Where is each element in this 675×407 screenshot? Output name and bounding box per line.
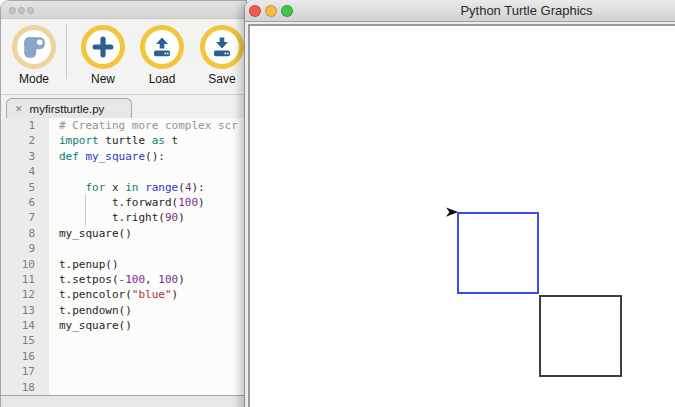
plus-icon [81,25,125,69]
code-line: 11t.setpos(-100, 100) [1,272,246,287]
line-number: 14 [1,318,49,333]
line-number: 3 [1,149,49,164]
upload-icon [140,25,184,69]
load-button[interactable]: Load [131,25,193,86]
tab-myfirstturtle[interactable]: ✕ myfirstturtle.py [6,98,132,119]
turtle-cursor-icon [446,207,459,218]
line-number: 15 [1,333,49,348]
line-number: 17 [1,364,49,379]
new-button-label: New [91,72,115,86]
toolbar-divider [66,24,67,79]
close-button-inactive-icon[interactable] [9,7,16,14]
save-button-label: Save [208,72,235,86]
close-tab-icon[interactable]: ✕ [15,104,23,114]
mu-titlebar[interactable] [1,1,246,19]
code-line: 13t.pendown() [1,303,246,318]
code-line: 9 [1,241,246,256]
mode-button[interactable]: Mode [3,25,65,86]
code-editor[interactable]: 1# Creating more complex scr2import turt… [1,118,246,396]
toolbar: Mode New Load [1,19,246,94]
mu-editor-window: Mode New Load [0,0,247,407]
save-button[interactable]: Save [191,25,247,86]
code-line: 18 [1,380,246,395]
turtle-canvas [248,24,675,407]
code-line: 17 [1,364,246,379]
code-line: 15 [1,333,246,348]
turtle-titlebar[interactable]: Python Turtle Graphics [245,0,675,22]
minimize-button-inactive-icon[interactable] [18,7,25,14]
code-line: 2import turtle as t [1,133,246,148]
line-number: 18 [1,380,49,395]
line-number: 12 [1,287,49,302]
line-number: 4 [1,164,49,179]
window-title: Python Turtle Graphics [245,0,675,22]
code-line: 10t.penup() [1,257,246,272]
line-number: 11 [1,272,49,287]
turtle-graphics-window: Python Turtle Graphics [244,0,675,407]
line-number: 2 [1,133,49,148]
status-bar [1,395,246,407]
code-line: 5 for x in range(4): [1,180,246,195]
line-number: 5 [1,180,49,195]
line-number: 16 [1,349,49,364]
load-button-label: Load [149,72,176,86]
line-number: 13 [1,303,49,318]
code-line: 16 [1,349,246,364]
tab-bar: ✕ myfirstturtle.py [1,94,246,118]
tab-label: myfirstturtle.py [30,103,105,115]
code-line: 12t.pencolor("blue") [1,287,246,302]
mode-button-label: Mode [19,72,49,86]
zoom-button-icon[interactable] [281,5,293,17]
line-number: 8 [1,226,49,241]
close-button-icon[interactable] [249,5,261,17]
line-number: 10 [1,257,49,272]
line-number: 9 [1,241,49,256]
indent-guide [85,195,86,226]
code-line: 8my_square() [1,226,246,241]
mode-icon [12,25,56,69]
code-line: 6 t.forward(100) [1,195,246,210]
blue-square [457,212,539,294]
download-icon [200,25,244,69]
line-number: 1 [1,118,49,133]
line-number: 6 [1,195,49,210]
code-lines: 1# Creating more complex scr2import turt… [1,118,246,395]
code-line: 4 [1,164,246,179]
black-square [539,295,622,377]
zoom-button-inactive-icon[interactable] [27,7,34,14]
code-line: 14my_square() [1,318,246,333]
line-number: 7 [1,210,49,225]
minimize-button-icon[interactable] [265,5,277,17]
code-line: 3def my_square(): [1,149,246,164]
code-line: 7 t.right(90) [1,210,246,225]
code-line: 1# Creating more complex scr [1,118,246,133]
new-button[interactable]: New [72,25,134,86]
